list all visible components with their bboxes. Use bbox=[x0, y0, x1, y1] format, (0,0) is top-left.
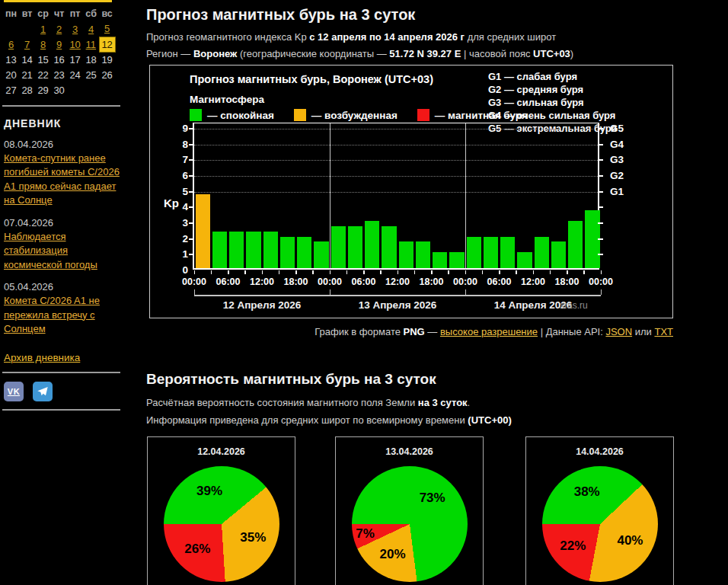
kp-bar bbox=[551, 241, 566, 268]
day-bracket-tick bbox=[601, 289, 602, 295]
text-segment: 51.72 N 39.27 E bbox=[389, 48, 461, 59]
calendar-day[interactable]: 2 bbox=[51, 21, 67, 37]
text-segment: | часовой пояс bbox=[461, 48, 533, 59]
calendar-day-link[interactable]: 5 bbox=[104, 23, 110, 34]
y-axis-tick bbox=[189, 222, 194, 224]
vk-icon[interactable]: VK bbox=[4, 382, 24, 401]
kp-bar bbox=[297, 237, 311, 268]
calendar-day[interactable]: 9 bbox=[51, 37, 67, 52]
telegram-icon[interactable] bbox=[33, 382, 53, 401]
calendar-day[interactable]: 5 bbox=[99, 21, 115, 37]
calendar-day: 25 bbox=[83, 67, 99, 82]
pie-date-label: 12.04.2026 bbox=[148, 446, 295, 457]
calendar-day[interactable]: 11 bbox=[83, 37, 99, 52]
chart-link[interactable]: JSON bbox=[605, 326, 632, 337]
calendar-day-link[interactable]: 10 bbox=[69, 39, 80, 50]
x-axis-tick bbox=[398, 270, 399, 274]
text-segment: — bbox=[425, 326, 440, 337]
kp-bar bbox=[399, 241, 413, 268]
calendar-day[interactable]: 10 bbox=[67, 37, 83, 52]
y-axis-tick bbox=[189, 238, 194, 240]
y-axis-label: 7 bbox=[170, 154, 188, 165]
calendar-day: 28 bbox=[19, 82, 35, 98]
diary-entry-date: 08.04.2026 bbox=[4, 139, 124, 150]
calendar-day: 29 bbox=[35, 82, 51, 98]
x-axis-tick bbox=[312, 270, 314, 274]
y-axis-tick bbox=[189, 144, 194, 145]
day-bracket bbox=[194, 295, 601, 296]
calendar-week-row: 27282930 bbox=[3, 82, 115, 98]
calendar-day-link[interactable]: 7 bbox=[24, 39, 30, 50]
sidebar-divider bbox=[2, 105, 120, 107]
pie-date-label: 14.04.2026 bbox=[526, 446, 673, 457]
calendar-day: 27 bbox=[3, 82, 19, 98]
diary-entry-link[interactable]: Наблюдается стабилизация космической пог… bbox=[4, 230, 124, 272]
calendar-day-link[interactable]: 1 bbox=[40, 24, 46, 35]
kp-bar bbox=[517, 252, 532, 268]
calendar-day[interactable]: 8 bbox=[35, 37, 51, 52]
x-axis-tick bbox=[414, 270, 416, 274]
text-segment: для средних широт bbox=[465, 31, 556, 43]
calendar-day-link[interactable]: 2 bbox=[56, 24, 62, 35]
calendar-day[interactable]: 4 bbox=[83, 21, 99, 37]
kp-bar bbox=[280, 237, 295, 268]
diary-entry-link[interactable]: Комета C/2026 A1 не пережила встречу с С… bbox=[4, 294, 124, 336]
x-axis-tick bbox=[262, 270, 263, 274]
calendar-day-link[interactable]: 11 bbox=[86, 39, 97, 50]
calendar-weekday: ср bbox=[35, 6, 51, 21]
kp-bar bbox=[348, 226, 362, 268]
calendar-day[interactable]: 7 bbox=[19, 37, 35, 52]
gridline bbox=[194, 192, 598, 193]
chart-link[interactable]: TXT bbox=[654, 326, 673, 337]
probability-title: Вероятность магнитных бурь на 3 суток bbox=[146, 371, 436, 388]
legend-swatch-icon bbox=[417, 109, 429, 121]
calendar-day: 20 bbox=[3, 67, 19, 82]
x-axis-label: 18:00 bbox=[420, 277, 444, 287]
y-axis-tick bbox=[598, 206, 603, 208]
chart-link[interactable]: высокое разрешение bbox=[440, 326, 538, 337]
pie-date-label: 13.04.2026 bbox=[336, 446, 483, 457]
paper-plane-icon bbox=[37, 385, 49, 398]
calendar-day bbox=[99, 82, 115, 98]
x-axis-tick bbox=[211, 270, 212, 274]
calendar-day[interactable]: 3 bbox=[67, 21, 83, 37]
kp-bar bbox=[229, 232, 244, 268]
gridline bbox=[194, 160, 598, 161]
text-segment: (географические координаты — bbox=[237, 48, 389, 59]
calendar-day: 24 bbox=[67, 67, 83, 82]
calendar-day: 21 bbox=[19, 67, 35, 82]
probability-pie-charts: 12.04.202639%35%26%13.04.202673%20%7%14.… bbox=[145, 436, 728, 585]
calendar-day: 13 bbox=[3, 52, 19, 67]
calendar-day-link[interactable]: 6 bbox=[8, 39, 14, 50]
calendar-day-link[interactable]: 4 bbox=[88, 24, 94, 35]
y-axis-label: 5 bbox=[170, 186, 188, 197]
y-axis-label: 6 bbox=[170, 170, 188, 181]
y-axis-tick bbox=[598, 254, 603, 255]
y-axis-tick bbox=[598, 128, 603, 129]
kp-bar bbox=[314, 241, 328, 268]
text-segment: Регион — bbox=[146, 48, 193, 59]
kp-bar bbox=[484, 237, 498, 268]
calendar: пнвтсрчтптсбвс 1234567891011121314151617… bbox=[3, 6, 116, 98]
calendar-day[interactable]: 1 bbox=[35, 21, 51, 37]
diary-archive-link[interactable]: Архив дневника bbox=[4, 352, 80, 363]
text-segment: PNG bbox=[404, 326, 425, 337]
x-axis-label: 12:00 bbox=[385, 277, 410, 287]
y-axis-tick bbox=[598, 191, 603, 193]
x-axis-tick bbox=[465, 270, 467, 274]
calendar-day-link[interactable]: 9 bbox=[56, 39, 62, 50]
g-legend-line: G2 — средняя буря bbox=[488, 83, 617, 96]
pie-chart-box: 12.04.202639%35%26% bbox=[147, 436, 295, 585]
calendar-week-row: 13141516171819 bbox=[3, 52, 115, 67]
diary-entry-link[interactable]: Комета-спутник ранее погибшей кометы C/2… bbox=[4, 152, 124, 208]
day-bracket-tick bbox=[194, 289, 196, 295]
legend-item: — спокойная bbox=[190, 109, 274, 121]
calendar-day-link[interactable]: 8 bbox=[40, 39, 46, 50]
calendar-day-selected[interactable]: 12 bbox=[99, 37, 115, 52]
diary-archive: Архив дневника bbox=[4, 350, 142, 364]
kp-bar bbox=[568, 221, 583, 268]
text-segment: UTC+03 bbox=[533, 48, 570, 59]
calendar-day-link[interactable]: 3 bbox=[72, 24, 78, 35]
calendar-day[interactable]: 6 bbox=[3, 37, 19, 52]
y-axis-tick bbox=[189, 191, 194, 193]
